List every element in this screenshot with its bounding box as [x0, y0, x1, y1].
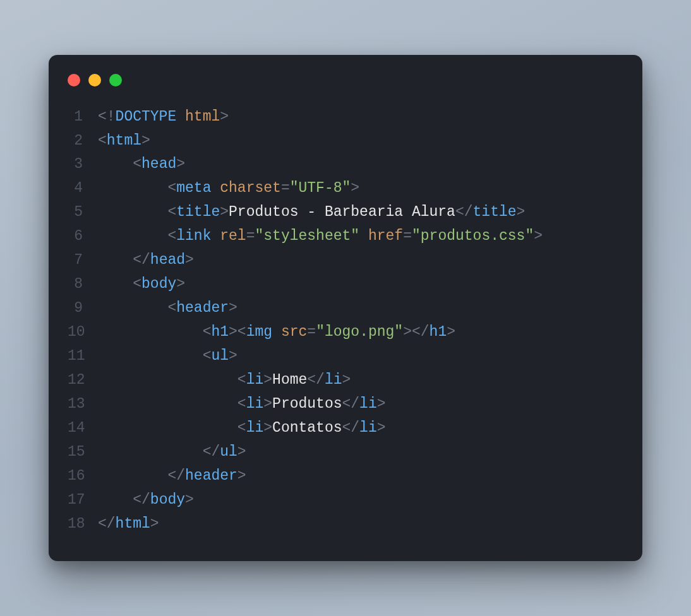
token-punct: >: [237, 468, 246, 484]
code-content[interactable]: <li>Home</li>: [98, 369, 351, 393]
line-number: 11: [68, 345, 98, 369]
token-punct: </: [133, 252, 150, 268]
token-tag: title: [176, 204, 220, 220]
code-line[interactable]: 14 <li>Contatos</li>: [68, 417, 623, 441]
token-punct: >: [185, 252, 194, 268]
token-tag: h1: [430, 324, 447, 340]
token-punct: <: [167, 300, 176, 316]
token-punct: [272, 324, 281, 340]
code-content[interactable]: <body>: [98, 273, 185, 297]
line-number: 5: [68, 201, 98, 225]
code-line[interactable]: 1<!DOCTYPE html>: [68, 105, 623, 129]
token-punct: >: [229, 348, 237, 364]
token-str: "UTF-8": [290, 180, 351, 196]
token-punct: =: [403, 228, 412, 244]
maximize-icon[interactable]: [109, 74, 122, 86]
token-punct: </: [167, 468, 185, 484]
token-punct: >: [534, 228, 543, 244]
code-line[interactable]: 10 <h1><img src="logo.png"></h1>: [68, 321, 623, 345]
code-content[interactable]: <title>Produtos - Barbearia Alura</title…: [98, 201, 525, 225]
code-line[interactable]: 8 <body>: [68, 273, 623, 297]
code-line[interactable]: 18</html>: [68, 512, 623, 536]
token-punct: </: [98, 516, 116, 532]
code-line[interactable]: 12 <li>Home</li>: [68, 369, 623, 393]
code-content[interactable]: </header>: [98, 465, 246, 489]
token-tag: header: [185, 468, 237, 484]
token-punct: >: [176, 276, 185, 292]
window-titlebar: [49, 55, 642, 94]
token-attr: src: [281, 324, 307, 340]
code-content[interactable]: <h1><img src="logo.png"></h1>: [98, 321, 455, 345]
token-tag: li: [359, 396, 377, 412]
code-line[interactable]: 11 <ul>: [68, 345, 623, 369]
code-area[interactable]: 1<!DOCTYPE html>2<html>3 <head>4 <meta c…: [49, 94, 642, 562]
code-content[interactable]: <li>Produtos</li>: [98, 393, 386, 417]
token-txt: Home: [272, 372, 307, 388]
token-attr: rel: [220, 228, 246, 244]
token-tag: li: [246, 372, 264, 388]
code-line[interactable]: 7 </head>: [68, 249, 623, 273]
token-punct: <: [203, 324, 212, 340]
code-content[interactable]: <ul>: [98, 345, 237, 369]
token-tag: body: [141, 276, 176, 292]
token-punct: >: [150, 516, 159, 532]
token-punct: <: [237, 420, 246, 436]
code-line[interactable]: 5 <title>Produtos - Barbearia Alura</tit…: [68, 201, 623, 225]
code-line[interactable]: 16 </header>: [68, 465, 623, 489]
code-content[interactable]: </head>: [98, 249, 194, 273]
token-tag: html: [116, 516, 150, 532]
token-tag: ul: [220, 444, 237, 460]
code-line[interactable]: 17 </body>: [68, 489, 623, 512]
close-icon[interactable]: [68, 74, 80, 86]
token-tag: li: [246, 420, 264, 436]
code-content[interactable]: <head>: [98, 153, 185, 177]
token-tag: li: [359, 420, 377, 436]
token-punct: >: [517, 204, 526, 220]
code-line[interactable]: 4 <meta charset="UTF-8">: [68, 177, 623, 201]
minimize-icon[interactable]: [88, 74, 101, 86]
token-punct: >: [229, 300, 237, 316]
token-tag: img: [246, 324, 272, 340]
token-punct: <: [133, 156, 141, 172]
code-content[interactable]: <li>Contatos</li>: [98, 417, 386, 441]
code-content[interactable]: <header>: [98, 297, 237, 321]
token-punct: <: [167, 228, 176, 244]
token-attr: href: [368, 228, 403, 244]
token-txt: Produtos: [272, 396, 342, 412]
token-tag: li: [325, 372, 342, 388]
code-content[interactable]: </ul>: [98, 441, 246, 465]
token-punct: ></: [403, 324, 429, 340]
token-punct: >: [342, 372, 351, 388]
token-punct: </: [455, 204, 473, 220]
line-number: 8: [68, 273, 98, 297]
token-punct: >: [263, 372, 272, 388]
token-punct: >: [377, 396, 386, 412]
token-punct: <: [133, 276, 141, 292]
token-tag: link: [176, 228, 211, 244]
code-line[interactable]: 3 <head>: [68, 153, 623, 177]
code-content[interactable]: <meta charset="UTF-8">: [98, 177, 359, 201]
line-number: 1: [68, 105, 98, 129]
code-line[interactable]: 6 <link rel="stylesheet" href="produtos.…: [68, 225, 623, 249]
code-line[interactable]: 13 <li>Produtos</li>: [68, 393, 623, 417]
token-punct: [176, 109, 185, 125]
line-number: 2: [68, 129, 98, 153]
token-tag: header: [176, 300, 229, 316]
code-content[interactable]: <!DOCTYPE html>: [98, 105, 229, 129]
line-number: 15: [68, 441, 98, 465]
token-attr: html: [185, 109, 220, 125]
code-content[interactable]: <html>: [98, 129, 150, 153]
token-punct: </: [203, 444, 220, 460]
code-content[interactable]: <link rel="stylesheet" href="produtos.cs…: [98, 225, 543, 249]
code-line[interactable]: 9 <header>: [68, 297, 623, 321]
token-punct: <: [167, 180, 176, 196]
line-number: 12: [68, 369, 98, 393]
code-line[interactable]: 2<html>: [68, 129, 623, 153]
line-number: 9: [68, 297, 98, 321]
code-content[interactable]: </body>: [98, 489, 194, 512]
code-content[interactable]: </html>: [98, 512, 159, 536]
token-punct: [359, 228, 368, 244]
code-line[interactable]: 15 </ul>: [68, 441, 623, 465]
token-punct: </: [342, 420, 360, 436]
token-punct: </: [342, 396, 360, 412]
